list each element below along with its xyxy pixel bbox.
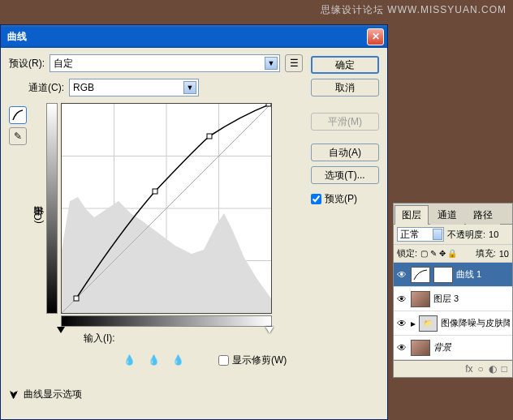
input-gradient	[61, 315, 272, 327]
chevron-down-icon	[433, 229, 442, 240]
tab-paths[interactable]: 路径	[466, 205, 500, 225]
layer-name: 背景	[433, 341, 451, 354]
show-clipping-label: 显示修剪(W)	[232, 354, 287, 367]
tab-layers[interactable]: 图层	[394, 205, 429, 225]
blend-mode-select[interactable]: 正常	[397, 227, 444, 242]
preview-label: 预览(P)	[325, 192, 357, 206]
curve-tool-button[interactable]	[9, 106, 27, 124]
show-clipping-checkbox[interactable]	[218, 355, 229, 366]
channel-value: RGB	[73, 82, 94, 93]
layer-name: 曲线 1	[456, 268, 481, 281]
black-eyedropper[interactable]: 💧	[121, 352, 137, 368]
visibility-toggle[interactable]: 👁	[396, 342, 407, 354]
menu-icon: ☰	[290, 58, 299, 69]
output-axis-label: 输出(O):	[32, 103, 43, 327]
preset-value: 自定	[54, 57, 73, 71]
preset-menu-button[interactable]: ☰	[285, 54, 303, 72]
tab-channels[interactable]: 通道	[430, 205, 464, 225]
blend-mode-value: 正常	[400, 228, 420, 242]
lock-icons[interactable]: ▢ ✎ ✥ 🔒	[420, 249, 457, 258]
layer-thumb	[411, 291, 430, 307]
layer-name: 图像降噪与皮肤降	[441, 317, 510, 329]
options-toggle-label: 曲线显示选项	[24, 388, 82, 401]
titlebar[interactable]: 曲线 ✕	[1, 25, 387, 48]
expand-icon: ⮟	[9, 389, 19, 401]
curve-icon	[12, 109, 24, 121]
curve-display-options-toggle[interactable]: ⮟ 曲线显示选项	[9, 388, 303, 401]
smooth-button: 平滑(M)	[311, 113, 379, 131]
channel-label: 通道(C):	[28, 81, 64, 95]
gray-eyedropper[interactable]: 💧	[145, 352, 162, 368]
preset-select[interactable]: 自定 ▼	[50, 54, 280, 72]
layer-name: 图层 3	[433, 293, 459, 305]
input-axis-label: 输入(I):	[84, 332, 115, 345]
preset-label: 预设(R):	[9, 57, 45, 71]
visibility-toggle[interactable]: 👁	[396, 294, 407, 305]
auto-button[interactable]: 自动(A)	[311, 144, 379, 161]
close-icon: ✕	[372, 31, 380, 42]
eyedropper-icon: 💧	[123, 354, 136, 366]
curve-handle[interactable]	[266, 104, 271, 106]
panel-tabs: 图层 通道 路径	[394, 204, 512, 225]
cancel-button[interactable]: 取消	[311, 79, 379, 96]
adjustment-icon[interactable]: ◐	[489, 363, 497, 375]
opacity-label: 不透明度:	[447, 229, 485, 241]
mask-icon[interactable]: ○	[478, 363, 484, 375]
visibility-toggle[interactable]: 👁	[396, 269, 407, 281]
mask-thumb	[433, 267, 453, 283]
visibility-toggle[interactable]: 👁	[396, 318, 407, 329]
lock-label: 锁定:	[397, 247, 417, 259]
curve-handle[interactable]	[153, 189, 157, 194]
dialog-title: 曲线	[4, 30, 367, 44]
watermark-text: 思缘设计论坛 WWW.MISSYUAN.COM	[321, 3, 507, 17]
eyedropper-icon: 💧	[148, 354, 160, 366]
white-eyedropper[interactable]: 💧	[170, 352, 186, 368]
layers-panel: 图层 通道 路径 正常 不透明度: 10 锁定: ▢ ✎ ✥ 🔒 填充: 10 …	[393, 203, 513, 378]
opacity-value: 10	[489, 229, 498, 239]
output-gradient	[46, 103, 58, 314]
curves-dialog: 曲线 ✕ 预设(R): 自定 ▼ ☰ 通道(C): RGB ▼	[0, 24, 388, 420]
adjustment-thumb	[411, 267, 430, 283]
fx-icon[interactable]: fx	[465, 363, 472, 375]
fill-label: 填充:	[476, 247, 496, 259]
layer-item[interactable]: 👁 背景	[394, 336, 512, 360]
black-point-slider[interactable]	[57, 327, 65, 333]
layer-list: 👁 曲线 1 👁 图层 3 👁 ▸ 📁 图像降噪与皮肤降 👁 背景	[394, 263, 512, 360]
pencil-tool-button[interactable]: ✎	[9, 127, 27, 145]
folder-thumb: 📁	[419, 315, 438, 332]
curve-canvas[interactable]	[61, 103, 272, 314]
preview-checkbox[interactable]	[311, 194, 321, 204]
expand-group-icon[interactable]: ▸	[411, 318, 416, 329]
pencil-icon: ✎	[14, 131, 22, 142]
curve-handle[interactable]	[207, 134, 212, 139]
new-layer-icon[interactable]: □	[502, 363, 507, 375]
panel-footer: fx ○ ◐ □	[394, 360, 512, 377]
chevron-down-icon: ▼	[265, 57, 278, 70]
layer-item[interactable]: 👁 图层 3	[394, 287, 512, 311]
layer-item[interactable]: 👁 ▸ 📁 图像降噪与皮肤降	[394, 311, 512, 336]
layer-thumb	[411, 340, 430, 356]
ok-button[interactable]: 确定	[311, 56, 379, 74]
channel-select[interactable]: RGB ▼	[69, 79, 199, 96]
options-button[interactable]: 选项(T)...	[311, 166, 379, 184]
close-button[interactable]: ✕	[367, 28, 384, 45]
white-point-slider[interactable]	[265, 327, 274, 333]
curve-handle[interactable]	[74, 296, 79, 301]
eyedropper-icon: 💧	[172, 354, 184, 366]
chevron-down-icon: ▼	[183, 81, 196, 94]
layer-item[interactable]: 👁 曲线 1	[394, 263, 512, 287]
fill-value: 10	[499, 249, 509, 259]
